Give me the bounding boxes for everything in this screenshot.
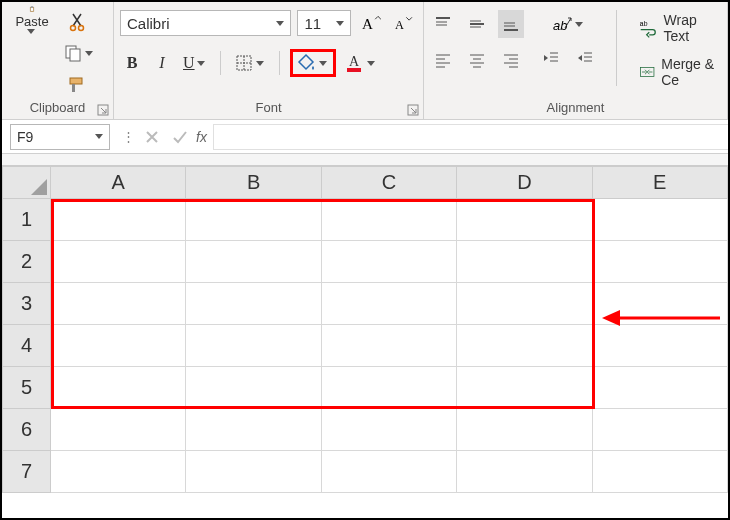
column-headers: A B C D E <box>3 167 728 199</box>
increase-font-button[interactable]: A <box>357 9 384 37</box>
italic-button[interactable]: I <box>150 49 174 77</box>
col-header[interactable]: A <box>51 167 186 199</box>
decrease-font-button[interactable]: A <box>390 9 417 37</box>
cell[interactable] <box>457 451 592 493</box>
cell[interactable] <box>51 451 186 493</box>
cell[interactable] <box>186 199 321 241</box>
font-color-button[interactable]: A <box>342 49 380 77</box>
separator <box>279 51 280 75</box>
orientation-dropdown[interactable] <box>575 22 585 27</box>
cell[interactable] <box>592 199 727 241</box>
row-header[interactable]: 5 <box>3 367 51 409</box>
cell[interactable] <box>186 241 321 283</box>
cell[interactable] <box>457 409 592 451</box>
align-center-button[interactable] <box>464 46 490 74</box>
cell[interactable] <box>186 451 321 493</box>
row-header[interactable]: 3 <box>3 283 51 325</box>
font-name-select[interactable]: Calibri <box>120 10 291 36</box>
cell[interactable] <box>186 283 321 325</box>
cell[interactable] <box>186 367 321 409</box>
cell[interactable] <box>592 283 727 325</box>
group-label-alignment: Alignment <box>430 99 721 117</box>
copy-dropdown[interactable] <box>85 51 95 56</box>
row-header[interactable]: 6 <box>3 409 51 451</box>
increase-indent-button[interactable] <box>572 44 598 72</box>
merge-icon <box>639 62 655 82</box>
enter-formula-button[interactable] <box>166 130 194 144</box>
decrease-indent-button[interactable] <box>538 44 564 72</box>
cell[interactable] <box>457 325 592 367</box>
font-size-select[interactable]: 11 <box>297 10 351 36</box>
align-bottom-button[interactable] <box>498 10 524 38</box>
cell[interactable] <box>51 325 186 367</box>
orientation-button[interactable]: ab <box>538 10 598 38</box>
col-header[interactable]: B <box>186 167 321 199</box>
chevron-down-icon <box>336 21 344 26</box>
font-launcher[interactable] <box>407 104 419 116</box>
cell[interactable] <box>321 241 456 283</box>
borders-dropdown[interactable] <box>256 61 266 66</box>
merge-center-button[interactable]: Merge & Ce <box>635 54 721 90</box>
svg-rect-2 <box>31 6 33 7</box>
row-header[interactable]: 7 <box>3 451 51 493</box>
cell[interactable] <box>592 367 727 409</box>
cell[interactable] <box>592 241 727 283</box>
cell[interactable] <box>321 409 456 451</box>
copy-button[interactable] <box>60 41 98 66</box>
svg-text:ab: ab <box>640 20 648 27</box>
font-color-dropdown[interactable] <box>367 61 377 66</box>
cell[interactable] <box>321 283 456 325</box>
cell[interactable] <box>457 241 592 283</box>
paste-dropdown[interactable] <box>27 29 37 34</box>
cell[interactable] <box>321 451 456 493</box>
svg-text:A: A <box>395 18 404 32</box>
cell[interactable] <box>321 367 456 409</box>
fx-label[interactable]: fx <box>196 129 207 145</box>
align-right-button[interactable] <box>498 46 524 74</box>
cell[interactable] <box>592 409 727 451</box>
fill-color-dropdown[interactable] <box>319 61 329 66</box>
svg-point-4 <box>79 26 84 31</box>
cell[interactable] <box>51 241 186 283</box>
col-header[interactable]: E <box>592 167 727 199</box>
format-painter-button[interactable] <box>60 71 98 96</box>
cell[interactable] <box>321 325 456 367</box>
cell[interactable] <box>186 325 321 367</box>
wrap-text-button[interactable]: ab Wrap Text <box>635 10 721 46</box>
cell[interactable] <box>51 409 186 451</box>
cell[interactable] <box>457 367 592 409</box>
cancel-formula-button[interactable] <box>138 130 166 144</box>
cell[interactable] <box>51 367 186 409</box>
cell[interactable] <box>51 199 186 241</box>
align-middle-button[interactable] <box>464 10 490 38</box>
row-header[interactable]: 1 <box>3 199 51 241</box>
cell[interactable] <box>321 199 456 241</box>
formula-input[interactable] <box>213 124 728 150</box>
clipboard-launcher[interactable] <box>97 104 109 116</box>
row-header[interactable]: 2 <box>3 241 51 283</box>
merge-label: Merge & Ce <box>661 56 717 88</box>
svg-rect-7 <box>70 78 82 84</box>
align-top-button[interactable] <box>430 10 456 38</box>
underline-dropdown[interactable] <box>197 61 207 66</box>
row-header[interactable]: 4 <box>3 325 51 367</box>
cell[interactable] <box>457 283 592 325</box>
select-all-corner[interactable] <box>3 167 51 199</box>
col-header[interactable]: D <box>457 167 592 199</box>
underline-button[interactable]: U <box>180 49 210 77</box>
cell[interactable] <box>51 283 186 325</box>
cell[interactable] <box>592 325 727 367</box>
svg-rect-1 <box>31 8 33 11</box>
bold-button[interactable]: B <box>120 49 144 77</box>
paste-button[interactable]: Paste <box>8 6 56 34</box>
fill-color-button[interactable] <box>290 49 336 77</box>
col-header[interactable]: C <box>321 167 456 199</box>
cell[interactable] <box>186 409 321 451</box>
formula-bar-expand[interactable]: ⋮ <box>118 129 138 144</box>
borders-button[interactable] <box>231 49 269 77</box>
name-box[interactable]: F9 <box>10 124 110 150</box>
cut-button[interactable] <box>60 10 98 35</box>
align-left-button[interactable] <box>430 46 456 74</box>
cell[interactable] <box>592 451 727 493</box>
cell[interactable] <box>457 199 592 241</box>
